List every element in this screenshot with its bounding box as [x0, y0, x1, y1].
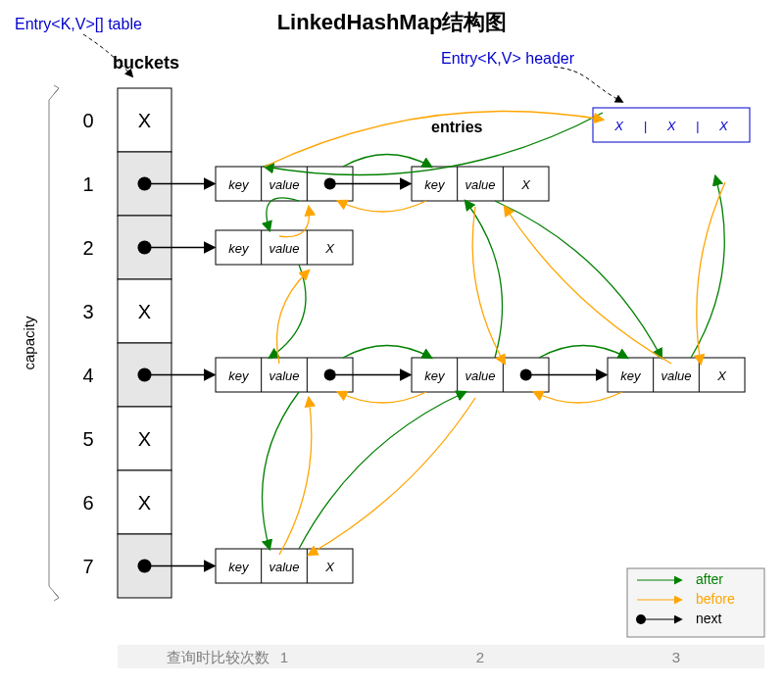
before-arrow: [505, 207, 671, 364]
bucket-null: X: [138, 428, 151, 450]
header-cell: X: [666, 119, 677, 133]
entry-next-null: X: [520, 177, 531, 192]
entry-value: value: [465, 177, 495, 192]
header-cell: X: [613, 119, 624, 133]
legend-label: before: [696, 591, 735, 607]
footer-count: 1: [280, 649, 288, 665]
entry-key: key: [228, 177, 250, 192]
bucket-index: 7: [82, 556, 93, 577]
bucket-index: 2: [82, 237, 93, 259]
entry-key: key: [228, 241, 250, 256]
bucket-null: X: [138, 110, 151, 131]
header-cell: X: [718, 119, 729, 133]
svg-text:|: |: [696, 119, 699, 133]
bucket-index: 0: [82, 110, 93, 131]
before-arrow: [697, 182, 725, 364]
after-arrow: [691, 176, 724, 358]
entries-label: entries: [431, 119, 483, 135]
before-arrow: [534, 392, 622, 403]
entry-value: value: [465, 368, 495, 383]
buckets-label: buckets: [113, 53, 179, 73]
entry-key: key: [424, 177, 446, 192]
table-array-label: Entry<K,V>[] table: [15, 16, 142, 32]
entry-value: value: [269, 560, 299, 574]
before-arrow: [309, 398, 475, 555]
bucket-index: 6: [82, 492, 93, 514]
footer-count: 2: [476, 649, 484, 665]
after-arrow: [343, 346, 431, 359]
pointer-arrow: [554, 67, 622, 102]
bucket-index: 3: [82, 301, 93, 322]
before-arrow: [338, 201, 426, 212]
after-arrow: [343, 155, 431, 168]
entry-next-null: X: [324, 241, 335, 256]
before-arrow: [276, 270, 309, 364]
after-arrow: [495, 201, 662, 358]
bucket-null: X: [138, 301, 151, 322]
entry-key: key: [424, 368, 446, 383]
entry-key: key: [228, 560, 250, 574]
entry-value: value: [661, 368, 691, 383]
entry-value: value: [269, 368, 299, 383]
bucket-index: 1: [82, 173, 93, 195]
header-entry-label: Entry<K,V> header: [441, 50, 575, 67]
before-arrow: [279, 398, 312, 555]
bucket-index: 4: [82, 365, 93, 386]
entry-key: key: [620, 368, 642, 383]
svg-text:|: |: [644, 119, 647, 133]
entry-value: value: [269, 177, 299, 192]
legend-label: after: [696, 571, 723, 587]
arrow-tip: [54, 85, 59, 94]
before-arrow: [338, 392, 426, 403]
footer-count: 3: [672, 649, 680, 665]
entry-key: key: [228, 368, 250, 383]
after-arrow: [539, 346, 627, 359]
entry-value: value: [269, 241, 299, 256]
legend-label: next: [696, 611, 722, 626]
entry-next-null: X: [716, 368, 727, 383]
bucket-null: X: [138, 492, 151, 514]
footer-label: 查询时比较次数: [167, 649, 270, 665]
after-arrow: [299, 392, 466, 549]
before-arrow: [472, 207, 505, 364]
capacity-label: capacity: [21, 316, 37, 370]
after-arrow: [267, 198, 299, 230]
page-title: LinkedHashMap结构图: [277, 10, 508, 34]
bucket-index: 5: [82, 428, 93, 450]
arrow-tip: [54, 592, 59, 601]
entry-next-null: X: [324, 560, 335, 574]
after-arrow: [466, 201, 503, 358]
capacity-brace: [49, 88, 59, 598]
